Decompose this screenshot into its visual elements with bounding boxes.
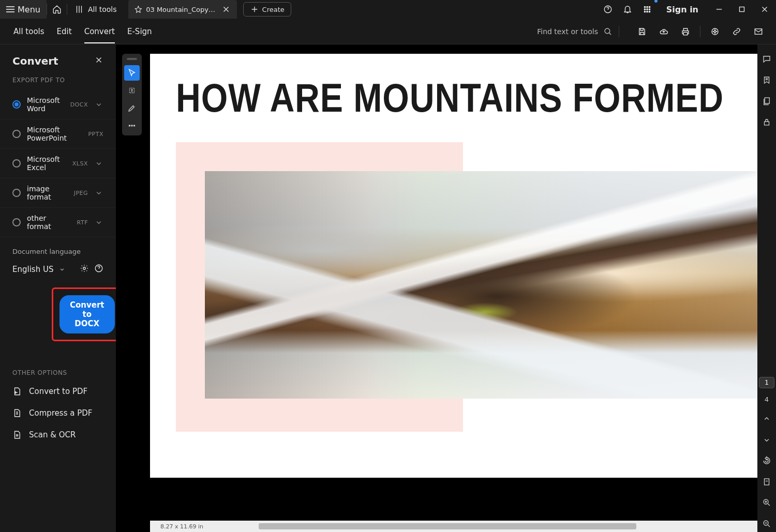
home-button[interactable] bbox=[47, 0, 67, 19]
convert-to-pdf-option[interactable]: Convert to PDF bbox=[0, 381, 116, 402]
maximize-icon bbox=[737, 5, 747, 14]
other-options-label: OTHER OPTIONS bbox=[0, 348, 116, 381]
svg-rect-21 bbox=[765, 98, 769, 103]
convert-panel: Convert EXPORT PDF TO Microsoft Word DOC… bbox=[0, 44, 116, 532]
tab-convert[interactable]: Convert bbox=[78, 20, 121, 43]
radio bbox=[12, 218, 21, 226]
fit-page-button[interactable] bbox=[757, 473, 776, 490]
minimize-button[interactable] bbox=[708, 0, 730, 19]
radio bbox=[12, 159, 21, 168]
more-tools[interactable] bbox=[124, 118, 140, 133]
lock-button[interactable] bbox=[757, 114, 776, 131]
language-value[interactable]: English US bbox=[12, 265, 53, 274]
export-option-word[interactable]: Microsoft Word DOCX bbox=[0, 90, 116, 119]
svg-point-1 bbox=[644, 6, 645, 7]
compress-pdf-option[interactable]: Compress a PDF bbox=[0, 402, 116, 424]
print-button[interactable] bbox=[675, 21, 696, 42]
cloud-icon bbox=[659, 27, 668, 36]
print-icon bbox=[681, 27, 690, 36]
mail-button[interactable] bbox=[748, 21, 769, 42]
tab-all-tools[interactable]: All tools bbox=[7, 20, 51, 43]
toolbar bbox=[632, 21, 769, 42]
chevron-down-icon bbox=[94, 100, 103, 109]
apps-icon bbox=[643, 5, 652, 14]
plus-icon bbox=[250, 5, 259, 14]
bell-icon bbox=[623, 5, 632, 14]
apps-button[interactable] bbox=[637, 0, 657, 19]
tab-close-button[interactable] bbox=[221, 5, 231, 14]
save-icon bbox=[637, 27, 647, 36]
create-button[interactable]: Create bbox=[243, 2, 291, 17]
create-label: Create bbox=[262, 6, 285, 13]
help-button[interactable] bbox=[598, 0, 618, 19]
export-option-image[interactable]: image format JPEG bbox=[0, 178, 116, 208]
text-select-tool[interactable] bbox=[124, 83, 140, 98]
close-window-button[interactable] bbox=[753, 0, 776, 19]
document-viewer[interactable]: HOW ARE MOUNTAINS FORMED 8.27 x 11.69 in bbox=[116, 44, 757, 532]
panel-title: Convert bbox=[12, 55, 58, 67]
cloud-upload-button[interactable] bbox=[653, 21, 674, 42]
svg-point-20 bbox=[133, 125, 135, 126]
rotate-button[interactable] bbox=[757, 452, 776, 469]
tab-title: 03 Mountain_Copy (1).p… bbox=[146, 6, 217, 13]
right-rail: 1 4 bbox=[757, 44, 776, 532]
star-icon bbox=[135, 5, 142, 14]
select-tool[interactable] bbox=[124, 65, 140, 81]
export-option-excel[interactable]: Microsoft Excel XLSX bbox=[0, 149, 116, 178]
prev-page-button[interactable] bbox=[757, 411, 776, 428]
svg-point-19 bbox=[131, 125, 132, 126]
sign-in-button[interactable]: Sign in bbox=[657, 5, 708, 14]
document-tab[interactable]: 03 Mountain_Copy (1).p… bbox=[128, 0, 237, 19]
drag-handle[interactable] bbox=[127, 58, 137, 60]
chevron-up-icon bbox=[762, 414, 771, 423]
panel-close-button[interactable] bbox=[94, 55, 103, 67]
notifications-button[interactable] bbox=[618, 0, 637, 19]
save-button[interactable] bbox=[632, 21, 652, 42]
link-icon bbox=[732, 27, 741, 36]
pages-button[interactable] bbox=[757, 93, 776, 110]
current-page-input[interactable]: 1 bbox=[759, 377, 774, 388]
draw-tool[interactable] bbox=[124, 100, 140, 116]
link-button[interactable] bbox=[726, 21, 747, 42]
tab-edit[interactable]: Edit bbox=[51, 20, 78, 43]
text-select-icon bbox=[127, 86, 137, 95]
horizontal-scrollbar[interactable] bbox=[259, 523, 636, 529]
convert-icon bbox=[12, 387, 22, 396]
next-page-button[interactable] bbox=[757, 431, 776, 448]
tab-esign[interactable]: E-Sign bbox=[121, 20, 158, 43]
settings-button[interactable] bbox=[80, 264, 89, 275]
svg-point-8 bbox=[647, 11, 648, 12]
chevron-down-icon[interactable] bbox=[58, 266, 66, 273]
divider bbox=[619, 26, 619, 37]
scan-icon bbox=[12, 430, 22, 439]
svg-point-6 bbox=[649, 9, 650, 10]
bookmark-button[interactable] bbox=[757, 72, 776, 89]
help-icon bbox=[94, 264, 103, 273]
zoom-in-button[interactable] bbox=[757, 494, 776, 511]
convert-to-docx-button[interactable]: Convert to DOCX bbox=[59, 295, 115, 333]
close-icon bbox=[760, 5, 769, 14]
menu-button[interactable]: Menu bbox=[0, 0, 47, 19]
radio bbox=[12, 130, 21, 138]
export-option-other[interactable]: other format RTF bbox=[0, 208, 116, 237]
radio bbox=[12, 189, 21, 197]
tools-icon bbox=[74, 5, 84, 14]
scan-ocr-option[interactable]: Scan & OCR bbox=[0, 424, 116, 446]
all-tools-button[interactable]: All tools bbox=[67, 0, 124, 19]
export-section-label: EXPORT PDF TO bbox=[0, 77, 116, 90]
document-heading: HOW ARE MOUNTAINS FORMED bbox=[176, 74, 670, 121]
find-text-button[interactable]: Find text or tools bbox=[537, 27, 613, 36]
gear-icon bbox=[80, 264, 89, 273]
help-icon bbox=[603, 5, 613, 14]
pages-icon bbox=[762, 96, 771, 105]
chevron-down-icon bbox=[94, 188, 103, 197]
status-bar: 8.27 x 11.69 in bbox=[150, 521, 757, 532]
home-icon bbox=[52, 5, 62, 14]
svg-point-15 bbox=[83, 267, 86, 270]
lang-help-button[interactable] bbox=[94, 264, 103, 275]
zoom-out-button[interactable] bbox=[757, 515, 776, 532]
ai-button[interactable] bbox=[705, 21, 725, 42]
export-option-powerpoint[interactable]: Microsoft PowerPoint PPTX bbox=[0, 119, 116, 149]
comment-button[interactable] bbox=[757, 51, 776, 68]
maximize-button[interactable] bbox=[730, 0, 753, 19]
